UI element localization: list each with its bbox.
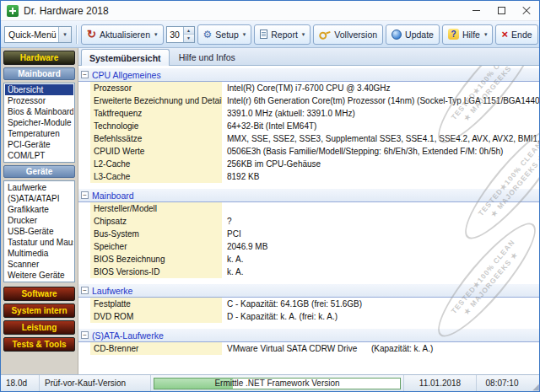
info-row: ProzessorIntel(R) Core(TM) i7-6700 CPU @… — [78, 82, 539, 94]
spinner-up-icon[interactable]: ▲ — [184, 27, 194, 35]
info-row: Hersteller/Modell — [78, 202, 539, 215]
info-label: Prozessor — [90, 82, 222, 94]
collapse-icon[interactable]: − — [81, 191, 89, 199]
sidebar-item-weitere-geraete[interactable]: Weitere Geräte — [5, 270, 73, 281]
app-icon — [7, 5, 19, 17]
sidebar-item-grafikkarte[interactable]: Grafikkarte — [5, 204, 73, 215]
category-button-system-intern[interactable]: System intern — [3, 303, 75, 318]
tab-hilfe-und-infos[interactable]: Hilfe und Infos — [171, 49, 243, 65]
info-row: Technologie64+32-Bit (Intel EM64T) — [78, 120, 539, 132]
info-row: BefehlssätzeMMX, SSE, SSE2, SSE3, Supple… — [78, 132, 539, 145]
spinner-down-icon[interactable]: ▼ — [184, 35, 194, 42]
help-button[interactable]: ? Hilfe ▾ — [442, 24, 494, 45]
window-title: Dr. Hardware 2018 — [24, 5, 463, 17]
sidebar-item-multimedia[interactable]: Multimedia — [5, 248, 73, 259]
section-title: (S)ATA-Laufwerke — [92, 330, 164, 341]
sidebar-item-uebersicht[interactable]: Übersicht — [5, 84, 73, 95]
maximize-button[interactable] — [489, 1, 514, 21]
info-value: 8192 KB — [222, 170, 539, 183]
sidebar-item-pci-geraete[interactable]: PCI-Geräte — [5, 139, 73, 150]
section-header: − Laufwerke — [78, 284, 539, 298]
vollversion-button[interactable]: Vollversion — [313, 24, 383, 45]
category-button-tests-tools[interactable]: Tests & Tools — [3, 337, 75, 352]
chevron-down-icon: ▾ — [154, 31, 158, 38]
section-title: CPU Allgemeines — [92, 70, 161, 80]
spinner-buttons: ▲ ▼ — [183, 27, 194, 42]
vollversion-label: Vollversion — [334, 30, 377, 40]
info-label: CPUID Werte — [90, 145, 222, 158]
sidebar-item-drucker[interactable]: Drucker — [5, 215, 73, 226]
sidebar-item-scanner[interactable]: Scanner — [5, 259, 73, 270]
toolbar: Quick-Menü ▾ ↻ Aktualisieren ▾ 30 ▲ ▼ ⚙ … — [1, 21, 539, 48]
info-label: Festplatte — [90, 298, 222, 310]
info-label: BIOS Versions-ID — [90, 266, 222, 278]
section-laufwerke: − Laufwerke FestplatteC - Kapazität: 64.… — [78, 284, 539, 323]
info-value: C - Kapazität: 64.1GB (frei: 51.6GB) — [222, 298, 539, 310]
info-value: Intel(R) Core(TM) i7-6700 CPU @ 3.40GHz — [222, 82, 539, 94]
quick-menu-select[interactable]: Quick-Menü ▾ — [4, 26, 72, 43]
info-label: CD-Brenner — [90, 342, 222, 355]
section-cpu-allgemeines: − CPU Allgemeines ProzessorIntel(R) Core… — [78, 68, 539, 183]
section-mainboard: − Mainboard Hersteller/Modell Chipsatz? … — [78, 189, 539, 278]
info-row: DVD ROMD - Kapazität: k. A. (frei: k. A.… — [78, 310, 539, 323]
category-button-hardware[interactable]: Hardware — [3, 51, 75, 65]
info-value: 3391.0 MHz (aktuell: 3391.0 MHz) — [222, 107, 539, 120]
minimize-button[interactable] — [463, 1, 489, 21]
section-title: Mainboard — [92, 191, 134, 201]
info-value: Intel(r) 6th Generation Core(tm) Prozess… — [222, 94, 539, 107]
info-label: L2-Cache — [90, 158, 222, 170]
section-header: − Mainboard — [78, 189, 539, 202]
date-label: 11.01.2018 — [404, 375, 477, 391]
info-value: 2046.9 MB — [222, 240, 539, 253]
refresh-button[interactable]: ↻ Aktualisieren ▾ — [81, 24, 164, 45]
progress-segment: Ermittle .NET Framework Version — [151, 375, 404, 391]
sidebar-item-prozessor[interactable]: Prozessor — [5, 95, 73, 106]
interval-value: 30 — [167, 27, 183, 42]
update-button[interactable]: Update — [386, 24, 440, 45]
key-icon — [318, 29, 332, 40]
edition-label: Prüf-vor-Kauf-Version — [40, 375, 151, 391]
info-value — [222, 202, 539, 215]
mainboard-list: Übersicht Prozessor Bios & Mainboard Spe… — [3, 83, 75, 163]
chevron-down-icon[interactable]: ▾ — [58, 27, 71, 42]
setup-button[interactable]: ⚙ Setup ▾ — [197, 24, 252, 45]
tab-systemuebersicht[interactable]: Systemübersicht — [81, 49, 170, 66]
sidebar-item-speicher-module[interactable]: Speicher-Module — [5, 117, 73, 128]
minimize-icon — [472, 10, 480, 11]
content-area: Systemübersicht Hilfe und Infos TESTED★1… — [78, 48, 539, 374]
version-label: 18.0d — [1, 375, 40, 391]
sidebar-item-tastatur-maus[interactable]: Tastatur und Maus — [5, 237, 73, 248]
title-bar: Dr. Hardware 2018 — [1, 1, 539, 21]
report-button[interactable]: Report ▾ — [254, 24, 310, 45]
info-value: k. A. — [222, 266, 539, 278]
sidebar-item-com-lpt[interactable]: COM/LPT — [5, 150, 73, 161]
group-header-geraete: Geräte — [3, 165, 75, 178]
resize-grip-icon[interactable]: ◢ — [527, 375, 539, 391]
collapse-icon[interactable]: − — [81, 331, 89, 339]
exit-button[interactable]: × Ende — [495, 24, 537, 45]
report-label: Report — [271, 30, 298, 40]
main-area: Hardware Mainboard Übersicht Prozessor B… — [1, 48, 539, 374]
info-value: 64+32-Bit (Intel EM64T) — [222, 120, 539, 132]
exit-label: Ende — [511, 30, 532, 40]
info-row: BIOS Bezeichnungk. A. — [78, 253, 539, 266]
status-bar: 18.0d Prüf-vor-Kauf-Version Ermittle .NE… — [1, 374, 539, 391]
sidebar-item-temperaturen[interactable]: Temperaturen — [5, 128, 73, 139]
close-icon — [522, 7, 531, 15]
sidebar-item-bios-mainboard[interactable]: Bios & Mainboard — [5, 106, 73, 117]
refresh-icon: ↻ — [87, 29, 96, 40]
section-sata-laufwerke: − (S)ATA-Laufwerke CD-BrennerVMware Virt… — [78, 329, 539, 355]
gear-icon: ⚙ — [203, 30, 213, 40]
progress-bar: Ermittle .NET Framework Version — [154, 378, 401, 389]
interval-spinner[interactable]: 30 ▲ ▼ — [166, 26, 195, 43]
sidebar-item-sata-atapi[interactable]: (S)ATA/ATAPI — [5, 193, 73, 204]
sidebar-item-laufwerke[interactable]: Laufwerke — [5, 182, 73, 193]
collapse-icon[interactable]: − — [81, 287, 89, 294]
close-button[interactable] — [514, 1, 539, 21]
info-value: VMware Virtual SATA CDRW Drive (Kapazitä… — [222, 342, 539, 355]
info-row: CPUID Werte0506E3h (Basis Familie/Modell… — [78, 145, 539, 158]
sidebar-item-usb-geraete[interactable]: USB-Geräte — [5, 226, 73, 237]
collapse-icon[interactable]: − — [81, 71, 89, 78]
category-button-leistung[interactable]: Leistung — [3, 320, 75, 335]
category-button-software[interactable]: Software — [3, 287, 75, 301]
